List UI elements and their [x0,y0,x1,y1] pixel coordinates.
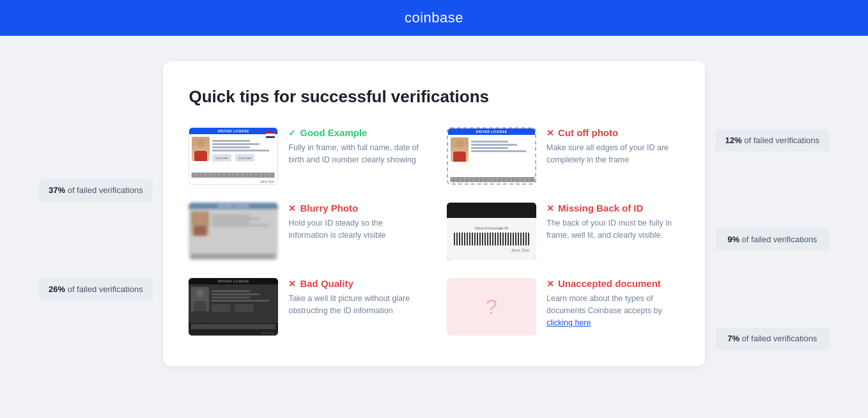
tip-desc-good: Fully in frame, with full name, date of … [288,142,421,166]
bad-icon-bad-quality: ✕ [288,279,296,289]
clicking-here-link[interactable]: clicking here [546,318,591,327]
tip-image-unaccepted: ? [447,278,536,336]
tip-title-blurry: Blurry Photo [300,203,358,213]
tip-title-good: Good Example [300,127,367,138]
bad-icon-blurry: ✕ [288,203,296,213]
tip-cutoff: DRIVER LICENSE [447,127,679,185]
tip-title-unaccepted: Unaccepted document [558,278,661,289]
tip-bad-quality: DRIVER LICENSE [189,278,421,336]
tip-unaccepted: ? ✕ Unaccepted document Learn more about… [447,278,679,336]
tip-desc-blurry: Hold your ID steady so the information i… [288,217,421,242]
stats-right-column: 12% of failed verifications 9% of failed… [705,61,830,366]
page-title: Quick tips for successful verifications [189,87,679,107]
tip-image-bad-quality: DRIVER LICENSE [189,278,278,336]
tip-desc-unaccepted: Learn more about the types of documents … [546,293,679,329]
tip-content-good: ✓ Good Example Fully in frame, with full… [288,127,421,166]
stats-left-column: 37% of failed verifications 26% of faile… [38,61,163,366]
bad-icon-unaccepted: ✕ [546,279,554,289]
tip-desc-bad-quality: Take a well lit picture without glare ob… [288,293,421,317]
stat-badge-37: 37% of failed verifications [38,179,153,201]
tip-blurry: DRIVER LICENSE [189,203,421,260]
tip-content-bad-quality: ✕ Bad Quality Take a well lit picture wi… [288,278,421,317]
tip-image-good: DRIVER LICENSE [189,127,278,185]
stat-badge-12: 12% of failed verifications [715,129,830,151]
tip-missing-back: Class A Example ID Jane Doe ✕ Missing Ba… [447,203,679,260]
stat-badge-9: 9% of failed verifications [715,228,830,251]
question-mark-icon: ? [486,295,497,319]
tip-content-cutoff: ✕ Cut off photo Make sure all edges of y… [546,127,679,166]
tip-title-missing-back: Missing Back of ID [558,203,643,213]
tip-desc-missing-back: The back of your ID must be fully in fra… [546,217,679,242]
tip-image-cutoff: DRIVER LICENSE [447,127,536,185]
tip-image-blurry: DRIVER LICENSE [189,203,278,260]
tip-desc-cutoff: Make sure all edges of your ID are compl… [546,142,679,166]
tip-content-blurry: ✕ Blurry Photo Hold your ID steady so th… [288,203,421,242]
stat-badge-7: 7% of failed verifications [715,327,830,350]
main-card: Quick tips for successful verifications … [163,61,704,366]
coinbase-logo: coinbase [405,10,463,26]
good-icon: ✓ [288,128,296,138]
tips-grid: DRIVER LICENSE [189,127,679,336]
tip-title-bad-quality: Bad Quality [300,278,353,289]
header: coinbase [0,0,868,36]
tip-content-missing-back: ✕ Missing Back of ID The back of your ID… [546,203,679,242]
tip-image-missing-back: Class A Example ID Jane Doe [447,203,536,260]
stat-badge-26: 26% of failed verifications [38,278,153,300]
bad-icon-missing-back: ✕ [546,203,554,213]
bad-icon-cutoff: ✕ [546,128,554,138]
tip-good-example: DRIVER LICENSE [189,127,421,185]
tip-title-cutoff: Cut off photo [558,127,618,138]
tip-content-unaccepted: ✕ Unaccepted document Learn more about t… [546,278,679,329]
